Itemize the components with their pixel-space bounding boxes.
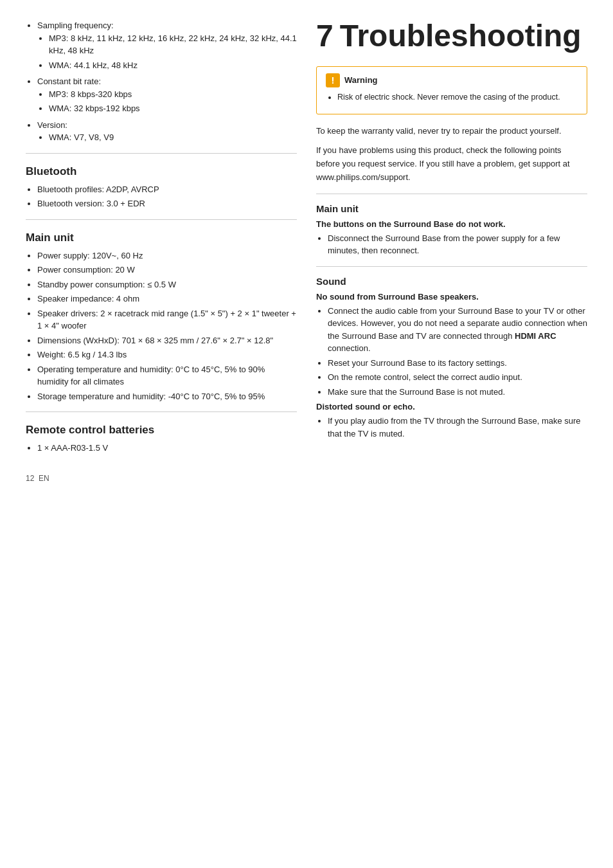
remote-batteries-list: 1 × AAA-R03-1.5 V bbox=[26, 442, 297, 455]
no-sound-item-2: On the remote control, select the correc… bbox=[328, 371, 587, 384]
intro-text-1: To keep the warranty valid, never try to… bbox=[316, 125, 587, 138]
ts-main-unit-list: Disconnect the Surround Base from the po… bbox=[316, 232, 587, 257]
divider-sound bbox=[316, 266, 587, 267]
divider-ts-main-unit bbox=[316, 194, 587, 194]
bluetooth-profiles: Bluetooth profiles: A2DP, AVRCP bbox=[37, 183, 297, 196]
wma-bitrate: WMA: 32 kbps-192 kbps bbox=[49, 102, 297, 115]
bluetooth-version: Bluetooth version: 3.0 + EDR bbox=[37, 197, 297, 210]
version-item: Version: WMA: V7, V8, V9 bbox=[37, 119, 297, 144]
warning-icon: ! bbox=[326, 73, 340, 87]
left-column: Sampling frequency: MP3: 8 kHz, 11 kHz, … bbox=[26, 19, 297, 483]
operating-temp: Operating temperature and humidity: 0°C … bbox=[37, 363, 297, 388]
warning-box: ! Warning Risk of electric shock. Never … bbox=[316, 66, 587, 114]
no-sound-subheading: No sound from Surround Base speakers. bbox=[316, 292, 587, 302]
constant-bit-rate-label: Constant bit rate: bbox=[37, 77, 101, 86]
divider-bluetooth bbox=[26, 153, 297, 154]
sampling-frequency-item: Sampling frequency: MP3: 8 kHz, 11 kHz, … bbox=[37, 19, 297, 71]
distorted-sound-list: If you play audio from the TV through th… bbox=[316, 415, 587, 440]
right-column: 7Troubleshooting ! Warning Risk of elect… bbox=[316, 19, 587, 483]
power-supply: Power supply: 120V~, 60 Hz bbox=[37, 249, 297, 262]
warning-header: ! Warning bbox=[326, 73, 578, 87]
mp3-freq: MP3: 8 kHz, 11 kHz, 12 kHz, 16 kHz, 22 k… bbox=[49, 32, 297, 57]
standby-consumption: Standby power consumption: ≤ 0.5 W bbox=[37, 278, 297, 291]
divider-main-unit bbox=[26, 219, 297, 220]
bluetooth-list: Bluetooth profiles: A2DP, AVRCP Bluetoot… bbox=[26, 183, 297, 210]
no-sound-item-3: Make sure that the Surround Base is not … bbox=[328, 386, 587, 399]
power-consumption: Power consumption: 20 W bbox=[37, 264, 297, 276]
intro-text-2: If you have problems using this product,… bbox=[316, 144, 587, 184]
version-label: Version: bbox=[37, 120, 67, 130]
ts-main-unit-title: Main unit bbox=[316, 203, 587, 214]
constant-bit-rate-item: Constant bit rate: MP3: 8 kbps-320 kbps … bbox=[37, 75, 297, 115]
sound-title: Sound bbox=[316, 276, 587, 287]
chapter-title: Troubleshooting bbox=[340, 19, 582, 53]
sampling-frequency-label: Sampling frequency: bbox=[37, 21, 114, 30]
remote-batteries-title: Remote control batteries bbox=[26, 424, 297, 437]
ts-main-unit-subheading: The buttons on the Surround Base do not … bbox=[316, 219, 587, 229]
storage-temp: Storage temperature and humidity: -40°C … bbox=[37, 390, 297, 403]
ts-main-unit-item-0: Disconnect the Surround Base from the po… bbox=[328, 232, 587, 257]
warning-text: Risk of electric shock. Never remove the… bbox=[337, 91, 578, 104]
mp3-bitrate: MP3: 8 kbps-320 kbps bbox=[49, 88, 297, 101]
speaker-impedance: Speaker impedance: 4 ohm bbox=[37, 293, 297, 305]
warning-label: Warning bbox=[344, 75, 378, 85]
chapter-heading: 7Troubleshooting bbox=[316, 19, 587, 53]
sampling-frequency-list: Sampling frequency: MP3: 8 kHz, 11 kHz, … bbox=[26, 19, 297, 144]
distorted-sound-item-0: If you play audio from the TV through th… bbox=[328, 415, 587, 440]
chapter-number: 7 bbox=[316, 19, 333, 53]
battery-spec: 1 × AAA-R03-1.5 V bbox=[37, 442, 297, 455]
page-number: 12 EN bbox=[26, 474, 297, 483]
speaker-drivers: Speaker drivers: 2 × racetrack mid range… bbox=[37, 307, 297, 332]
bluetooth-title: Bluetooth bbox=[26, 165, 297, 178]
wma-version: WMA: V7, V8, V9 bbox=[49, 131, 297, 144]
main-unit-title: Main unit bbox=[26, 231, 297, 244]
dimensions: Dimensions (WxHxD): 701 × 68 × 325 mm / … bbox=[37, 334, 297, 347]
wma-freq: WMA: 44.1 kHz, 48 kHz bbox=[49, 59, 297, 72]
no-sound-item-0: Connect the audio cable from your Surrou… bbox=[328, 305, 587, 355]
no-sound-item-1: Reset your Surround Base to its factory … bbox=[328, 357, 587, 370]
page-layout: Sampling frequency: MP3: 8 kHz, 11 kHz, … bbox=[26, 19, 587, 483]
divider-remote bbox=[26, 411, 297, 412]
main-unit-list: Power supply: 120V~, 60 Hz Power consump… bbox=[26, 249, 297, 403]
weight: Weight: 6.5 kg / 14.3 lbs bbox=[37, 348, 297, 361]
warning-body: Risk of electric shock. Never remove the… bbox=[326, 91, 578, 104]
distorted-sound-subheading: Distorted sound or echo. bbox=[316, 402, 587, 411]
no-sound-list: Connect the audio cable from your Surrou… bbox=[316, 305, 587, 399]
